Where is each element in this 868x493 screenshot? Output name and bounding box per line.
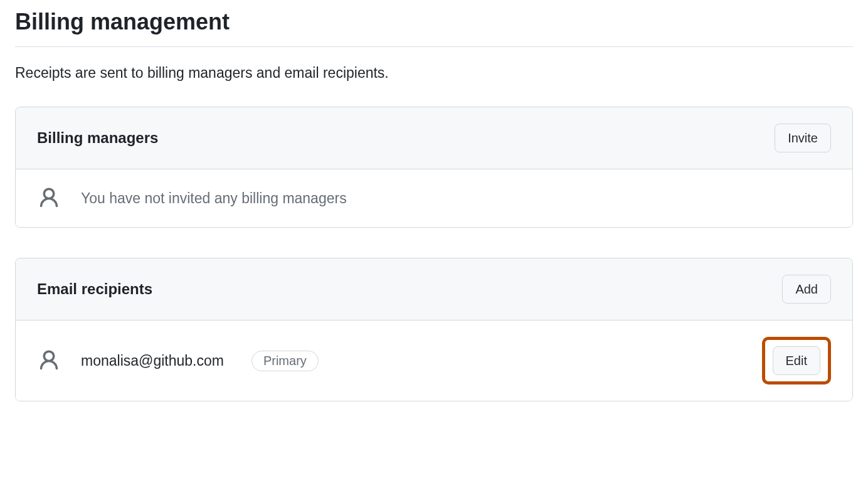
add-button[interactable]: Add [782, 275, 831, 304]
billing-managers-header: Billing managers Invite [16, 107, 852, 169]
billing-managers-empty-row: You have not invited any billing manager… [16, 169, 852, 227]
billing-managers-body: You have not invited any billing manager… [16, 169, 852, 227]
billing-managers-empty-text: You have not invited any billing manager… [81, 190, 831, 207]
edit-button[interactable]: Edit [773, 346, 820, 375]
edit-highlight: Edit [762, 337, 831, 384]
email-recipients-title: Email recipients [37, 280, 152, 298]
primary-badge: Primary [251, 351, 319, 371]
invite-button[interactable]: Invite [775, 124, 831, 152]
email-recipient-row: monalisa@github.com Primary Edit [16, 321, 852, 401]
person-icon [37, 348, 61, 373]
email-recipients-body: monalisa@github.com Primary Edit [16, 321, 852, 401]
billing-managers-title: Billing managers [37, 129, 158, 147]
recipient-email: monalisa@github.com [81, 353, 224, 369]
billing-managers-panel: Billing managers Invite You have not inv… [15, 107, 853, 228]
page-description: Receipts are sent to billing managers an… [15, 65, 853, 82]
email-recipients-panel: Email recipients Add monalisa@github.com… [15, 258, 853, 401]
person-icon [37, 186, 61, 211]
email-recipients-header: Email recipients Add [16, 258, 852, 321]
page-title: Billing management [15, 0, 853, 47]
